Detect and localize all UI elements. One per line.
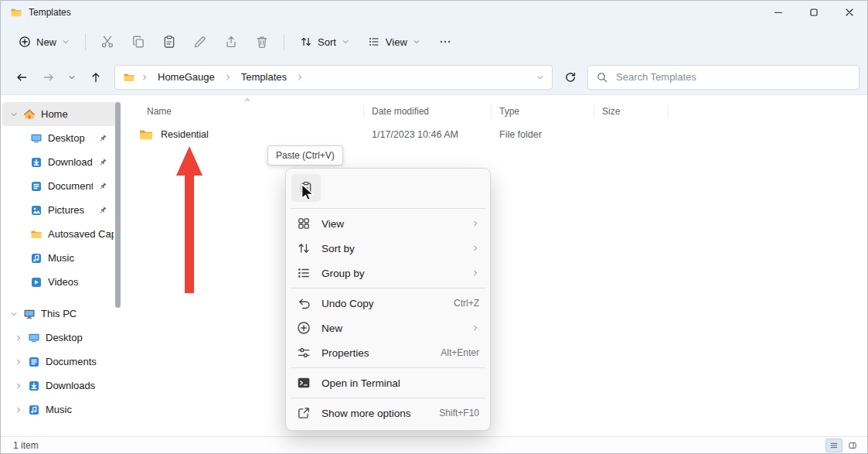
chevron-right-icon[interactable] <box>15 382 22 390</box>
sidebar-gap <box>1 294 121 302</box>
delete-button[interactable] <box>247 29 277 55</box>
menu-item-label: Open in Terminal <box>322 377 400 389</box>
menu-item-view[interactable]: View <box>289 211 487 236</box>
menu-item-sort-by[interactable]: Sort by <box>289 236 487 261</box>
details-view-button[interactable] <box>825 439 842 452</box>
breadcrumb-homegauge[interactable]: HomeGauge <box>154 69 219 85</box>
refresh-button[interactable] <box>557 64 583 90</box>
pin-icon <box>98 158 107 167</box>
sidebar-item-pc-desktop[interactable]: Desktop <box>2 326 117 350</box>
menu-item-properties[interactable]: Properties Alt+Enter <box>289 340 487 365</box>
column-header-size[interactable]: Size <box>594 104 669 118</box>
menu-item-label: New <box>322 323 342 334</box>
sort-ascending-icon <box>243 96 251 104</box>
sidebar-item-desktop[interactable]: Desktop <box>2 126 117 150</box>
properties-icon <box>297 346 311 360</box>
cut-button[interactable] <box>93 29 122 55</box>
menu-separator <box>291 398 485 398</box>
sidebar-item-label: Music <box>48 252 74 264</box>
sidebar-item-label: Desktop <box>48 132 85 144</box>
terminal-icon <box>297 376 311 390</box>
recent-locations-button[interactable] <box>63 64 81 90</box>
up-button[interactable] <box>83 64 108 90</box>
sidebar-item-videos[interactable]: Videos <box>2 270 117 294</box>
chevron-right-icon[interactable] <box>15 334 22 342</box>
share-button[interactable] <box>216 29 246 55</box>
back-button[interactable] <box>9 64 34 90</box>
toolbar-divider <box>85 33 86 50</box>
chevron-right-icon <box>471 269 479 277</box>
chevron-down-icon <box>342 38 349 46</box>
menu-item-label: View <box>322 218 344 230</box>
sidebar-item-pictures[interactable]: Pictures <box>2 198 117 222</box>
menu-separator <box>291 367 485 368</box>
menu-item-open-in-terminal[interactable]: Open in Terminal <box>289 370 487 395</box>
close-button[interactable] <box>832 1 867 24</box>
pin-icon <box>98 206 107 215</box>
sidebar-item-label: Pictures <box>48 204 84 216</box>
sidebar-item-pc-documents[interactable]: Documents <box>2 350 117 374</box>
menu-item-new[interactable]: New <box>289 316 487 340</box>
large-icons-view-button[interactable] <box>844 439 861 452</box>
maximize-button[interactable] <box>796 1 832 24</box>
sidebar-item-documents[interactable]: Documents <box>2 174 117 198</box>
sidebar-item-label: Downloads <box>46 380 95 391</box>
back-arrow-icon <box>15 71 28 84</box>
folder-icon <box>138 127 154 142</box>
view-switcher <box>825 439 861 452</box>
column-header-name[interactable]: Name <box>121 104 364 118</box>
file-list-pane: Name Date modified Type Size Residential… <box>121 95 867 436</box>
chevron-right-icon <box>471 324 479 332</box>
documents-icon <box>28 356 40 368</box>
chevron-down-icon[interactable] <box>10 111 18 118</box>
column-header-date-modified[interactable]: Date modified <box>364 104 492 118</box>
see-more-button[interactable] <box>431 29 460 55</box>
sidebar-item-downloads[interactable]: Downloads <box>2 150 117 174</box>
chevron-down-icon[interactable] <box>10 310 18 318</box>
chevron-right-icon[interactable] <box>15 358 22 366</box>
view-button[interactable]: View <box>359 29 429 55</box>
chevron-right-icon <box>224 73 232 81</box>
window-controls <box>761 1 867 24</box>
plus-circle-icon <box>19 36 31 48</box>
chevron-down-icon <box>413 38 420 46</box>
menu-item-group-by[interactable]: Group by <box>289 261 487 285</box>
status-bar: 1 item <box>1 436 867 453</box>
refresh-icon <box>564 71 577 84</box>
menu-item-show-more-options[interactable]: Show more options Shift+F10 <box>289 401 487 425</box>
address-bar[interactable]: HomeGauge Templates <box>114 65 553 90</box>
sidebar-item-home[interactable]: Home <box>2 102 117 126</box>
file-row-residential[interactable]: Residential 1/17/2023 10:46 AM File fold… <box>121 121 867 148</box>
menu-item-label: Group by <box>322 268 365 279</box>
minimize-button[interactable] <box>761 1 796 24</box>
desktop-icon <box>28 332 40 344</box>
ellipsis-icon <box>438 35 452 49</box>
sidebar-item-autosaved[interactable]: Autosaved Capt <box>2 222 117 246</box>
sidebar-item-pc-downloads[interactable]: Downloads <box>2 374 117 398</box>
sort-button[interactable]: Sort <box>291 29 358 55</box>
breadcrumb-templates[interactable]: Templates <box>237 69 291 85</box>
forward-button[interactable] <box>36 64 61 90</box>
copy-button[interactable] <box>124 29 153 55</box>
column-header-type[interactable]: Type <box>492 104 594 118</box>
menu-item-label: Properties <box>322 347 369 359</box>
view-button-label: View <box>386 36 407 48</box>
menu-item-undo-copy[interactable]: Undo Copy Ctrl+Z <box>289 291 487 316</box>
sidebar-scrollbar[interactable] <box>115 102 121 308</box>
paste-button[interactable] <box>155 29 184 55</box>
column-headers: Name Date modified Type Size <box>121 101 867 121</box>
rename-button[interactable] <box>186 29 215 55</box>
sidebar-item-this-pc[interactable]: This PC <box>2 302 117 326</box>
new-button[interactable]: New <box>10 29 78 55</box>
downloads-icon <box>28 380 40 392</box>
sidebar-item-music[interactable]: Music <box>2 246 117 270</box>
search-box <box>587 65 859 90</box>
address-dropdown-icon[interactable] <box>536 73 544 81</box>
chevron-right-icon[interactable] <box>15 406 22 414</box>
sidebar-item-pc-music[interactable]: Music <box>2 398 117 422</box>
chevron-right-icon <box>296 73 304 81</box>
chevron-down-icon <box>62 38 70 46</box>
search-input[interactable] <box>614 70 851 84</box>
menu-separator <box>291 208 485 209</box>
navigation-pane: Home Desktop Downloads Documents Picture… <box>1 95 121 436</box>
